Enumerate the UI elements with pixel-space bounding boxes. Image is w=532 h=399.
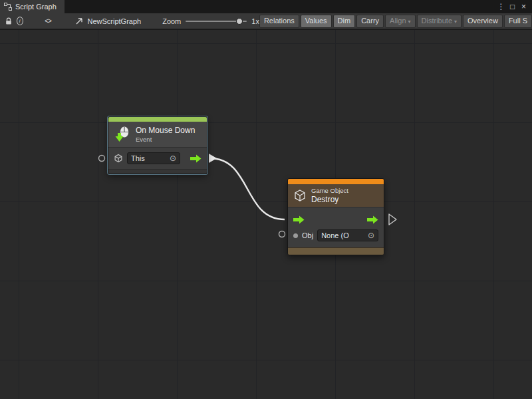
tab-script-graph[interactable]: Script Graph bbox=[0, 0, 65, 13]
zoom-control: Zoom 1x bbox=[162, 17, 259, 25]
tab-bar: Script Graph ⋮ □ × bbox=[0, 0, 532, 13]
code-icon[interactable]: <> bbox=[43, 15, 53, 28]
tab-title: Script Graph bbox=[15, 3, 57, 11]
padlock-glyph bbox=[5, 17, 13, 25]
zoom-slider[interactable] bbox=[186, 17, 247, 25]
event-node-footer bbox=[108, 169, 207, 174]
script-graph-icon bbox=[4, 3, 12, 11]
tabbar-spacer bbox=[65, 0, 495, 13]
graph-toolbar: i <> NewScriptGraph Zoom 1x Relations Va… bbox=[0, 13, 532, 29]
node-title: Destroy bbox=[311, 195, 348, 204]
node-title: On Mouse Down bbox=[136, 126, 195, 135]
object-picker-icon[interactable]: ⊙ bbox=[170, 154, 176, 162]
toolbar-buttons: Relations Values Dim Carry Align▾ Distri… bbox=[259, 15, 532, 28]
destroy-node-body: Obj None (O ⊙ bbox=[288, 207, 384, 247]
zoom-value: 1x bbox=[251, 17, 259, 25]
align-label: Align bbox=[390, 17, 406, 25]
destroy-node-header[interactable]: Game Object Destroy bbox=[288, 184, 384, 207]
game-object-cube-icon bbox=[114, 154, 123, 163]
graph-pointer-icon bbox=[75, 17, 83, 25]
wire-layer bbox=[0, 30, 532, 399]
lock-icon[interactable] bbox=[4, 15, 14, 28]
destroy-node-footer bbox=[288, 247, 384, 255]
distribute-label: Distribute bbox=[422, 17, 452, 25]
obj-value-field[interactable]: None (O ⊙ bbox=[317, 229, 378, 241]
zoom-slider-knob[interactable] bbox=[236, 18, 243, 25]
connection-arrowhead bbox=[209, 154, 217, 163]
destroy-output-port-triangle[interactable] bbox=[389, 214, 396, 225]
values-button[interactable]: Values bbox=[301, 15, 332, 28]
maximize-icon[interactable]: □ bbox=[507, 0, 518, 13]
flow-ports-row bbox=[292, 211, 380, 227]
zoom-label: Zoom bbox=[162, 17, 181, 25]
target-object-field[interactable]: This ⊙ bbox=[127, 152, 180, 164]
node-category: Game Object bbox=[311, 187, 348, 194]
destroy-node[interactable]: Game Object Destroy Obj None (O ⊙ bbox=[287, 178, 384, 255]
graph-canvas[interactable]: On Mouse Down Event This ⊙ bbox=[0, 30, 532, 399]
event-accent-bar bbox=[108, 117, 207, 122]
event-node-header[interactable]: On Mouse Down Event bbox=[108, 122, 207, 147]
game-object-cube-icon bbox=[293, 189, 307, 202]
obj-value: None (O bbox=[321, 231, 365, 239]
destroy-node-titles: Game Object Destroy bbox=[311, 187, 348, 204]
window-menu-icon[interactable]: ⋮ bbox=[495, 0, 507, 13]
align-button[interactable]: Align▾ bbox=[385, 15, 415, 28]
event-target-input-port[interactable] bbox=[99, 156, 105, 162]
event-node-body: This ⊙ bbox=[108, 147, 207, 169]
event-node-titles: On Mouse Down Event bbox=[136, 126, 195, 143]
relations-button[interactable]: Relations bbox=[259, 15, 299, 28]
chevron-down-icon: ▾ bbox=[454, 19, 457, 25]
graph-breadcrumb[interactable]: NewScriptGraph bbox=[75, 17, 141, 25]
param-label: Obj bbox=[302, 231, 313, 239]
unity-script-graph-window: { "tab": { "title": "Script Graph" }, "w… bbox=[0, 0, 532, 399]
flow-output-arrow-icon[interactable] bbox=[367, 215, 378, 224]
graph-name: NewScriptGraph bbox=[87, 17, 141, 25]
obj-parameter-row: Obj None (O ⊙ bbox=[292, 227, 380, 243]
on-mouse-down-node[interactable]: On Mouse Down Event This ⊙ bbox=[108, 116, 207, 174]
dim-button[interactable]: Dim bbox=[333, 15, 356, 28]
distribute-button[interactable]: Distribute▾ bbox=[417, 15, 462, 28]
target-object-value: This bbox=[131, 154, 167, 162]
object-picker-icon[interactable]: ⊙ bbox=[368, 231, 374, 239]
node-subtitle: Event bbox=[136, 136, 195, 143]
flow-input-arrow-icon[interactable] bbox=[293, 215, 305, 224]
carry-button[interactable]: Carry bbox=[356, 15, 384, 28]
window-controls: ⋮ □ × bbox=[495, 0, 532, 13]
flow-output-arrow-icon[interactable] bbox=[190, 154, 201, 163]
fullscreen-button[interactable]: Full S bbox=[504, 15, 532, 28]
info-icon[interactable]: i bbox=[17, 17, 23, 25]
chevron-down-icon: ▾ bbox=[408, 19, 411, 25]
close-icon[interactable]: × bbox=[518, 0, 529, 13]
value-port-dot-icon[interactable] bbox=[293, 233, 298, 238]
destroy-accent-bar bbox=[288, 179, 384, 184]
destroy-obj-input-port[interactable] bbox=[279, 231, 285, 237]
overview-button[interactable]: Overview bbox=[463, 15, 503, 28]
mouse-event-icon bbox=[114, 126, 131, 143]
flow-connection-wire[interactable] bbox=[210, 158, 285, 219]
